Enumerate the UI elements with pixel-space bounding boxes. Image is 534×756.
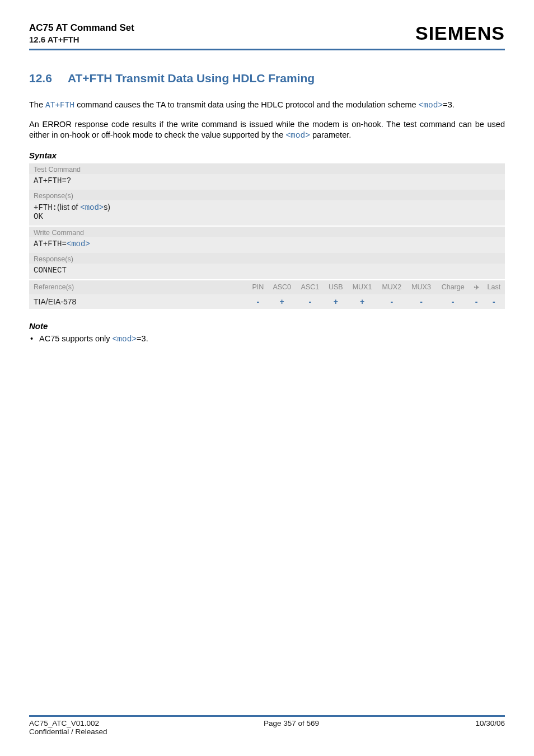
test-resp-ok: OK xyxy=(34,212,43,221)
write-command-code: AT+FTH=<mod> xyxy=(29,237,505,253)
p2-text-pre: An ERROR response code results if the wr… xyxy=(29,120,505,140)
note-pre: AC75 supports only xyxy=(39,334,113,343)
intro-paragraph-2: An ERROR response code results if the wr… xyxy=(29,119,505,142)
header-left: AC75 AT Command Set 12.6 AT+FTH xyxy=(29,22,134,44)
footer-version: AC75_ATC_V01.002 xyxy=(29,719,99,727)
test-resp-text: (list of xyxy=(57,203,80,212)
col-asc1: ASC1 xyxy=(296,280,324,294)
p1-text-mid: command causes the TA to transmit data u… xyxy=(74,100,418,109)
brand-logo: SIEMENS xyxy=(415,22,505,44)
val-mux1: + xyxy=(360,297,364,306)
col-last: Last xyxy=(483,280,505,294)
syntax-heading: Syntax xyxy=(29,151,505,160)
note-post: =3. xyxy=(137,334,148,343)
col-mux3: MUX3 xyxy=(406,280,436,294)
note-heading: Note xyxy=(29,321,505,331)
note-item: AC75 supports only <mod>=3. xyxy=(29,334,505,344)
section-title: AT+FTH Transmit Data Using HDLC Framing xyxy=(68,72,315,84)
reference-name: TIA/EIA-578 xyxy=(29,294,248,309)
col-asc0: ASC0 xyxy=(268,280,296,294)
mod-link-4[interactable]: <mod> xyxy=(67,240,90,248)
test-response-code: +FTH:(list of <mod>s) OK xyxy=(29,200,505,226)
test-resp-prefix: +FTH: xyxy=(34,203,57,212)
val-asc1: - xyxy=(309,297,312,306)
col-usb: USB xyxy=(324,280,348,294)
val-last: - xyxy=(493,297,495,306)
col-charge: Charge xyxy=(436,280,470,294)
col-mux1: MUX1 xyxy=(348,280,377,294)
col-mux2: MUX2 xyxy=(377,280,406,294)
val-mux3: - xyxy=(420,297,423,306)
footer-left: AC75_ATC_V01.002 Confidential / Released xyxy=(29,719,107,736)
val-mux2: - xyxy=(390,297,393,306)
syntax-block: Test Command AT+FTH=? Response(s) +FTH:(… xyxy=(29,163,505,309)
test-command-code: AT+FTH=? xyxy=(29,174,505,190)
col-pin: PIN xyxy=(248,280,268,294)
footer-confidential: Confidential / Released xyxy=(29,727,107,736)
reference-value-row: TIA/EIA-578 - + - + + - - - - - xyxy=(29,294,505,309)
write-command-label: Write Command xyxy=(29,227,505,237)
val-asc0: + xyxy=(280,297,284,306)
section-heading: 12.6AT+FTH Transmit Data Using HDLC Fram… xyxy=(29,72,505,85)
p2-text-post: parameter. xyxy=(310,130,351,139)
p1-text-pre: The xyxy=(29,100,45,109)
section-number: 12.6 xyxy=(29,72,52,84)
mod-link-1[interactable]: <mod> xyxy=(419,101,443,110)
page-footer: AC75_ATC_V01.002 Confidential / Released… xyxy=(29,715,505,736)
intro-paragraph-1: The AT+FTH command causes the TA to tran… xyxy=(29,100,505,111)
val-plane: - xyxy=(475,297,478,306)
write-response-code: CONNECT xyxy=(29,264,505,279)
at-fth-link[interactable]: AT+FTH xyxy=(45,101,74,110)
footer-page: Page 357 of 569 xyxy=(107,719,476,736)
p1-text-post: =3. xyxy=(443,100,455,109)
test-response-label: Response(s) xyxy=(29,190,505,200)
write-response-label: Response(s) xyxy=(29,253,505,264)
footer-date: 10/30/06 xyxy=(475,719,505,736)
doc-section-label: 12.6 AT+FTH xyxy=(29,35,134,44)
reference-label: Reference(s) xyxy=(29,280,248,294)
val-pin: - xyxy=(256,297,259,306)
write-cmd-prefix: AT+FTH= xyxy=(34,240,67,248)
val-usb: + xyxy=(334,297,338,306)
reference-table: Reference(s) PIN ASC0 ASC1 USB MUX1 MUX2… xyxy=(29,280,505,309)
airplane-icon: ✈ xyxy=(470,280,483,294)
mod-link-3[interactable]: <mod> xyxy=(80,203,104,212)
reference-header-row: Reference(s) PIN ASC0 ASC1 USB MUX1 MUX2… xyxy=(29,280,505,294)
test-command-label: Test Command xyxy=(29,163,505,174)
mod-link-2[interactable]: <mod> xyxy=(285,131,310,140)
doc-title: AC75 AT Command Set xyxy=(29,22,134,34)
mod-link-5[interactable]: <mod> xyxy=(113,335,137,344)
page-header: AC75 AT Command Set 12.6 AT+FTH SIEMENS xyxy=(29,22,505,50)
test-resp-suffix: s) xyxy=(104,203,110,212)
note-list: AC75 supports only <mod>=3. xyxy=(29,334,505,344)
val-charge: - xyxy=(452,297,455,306)
